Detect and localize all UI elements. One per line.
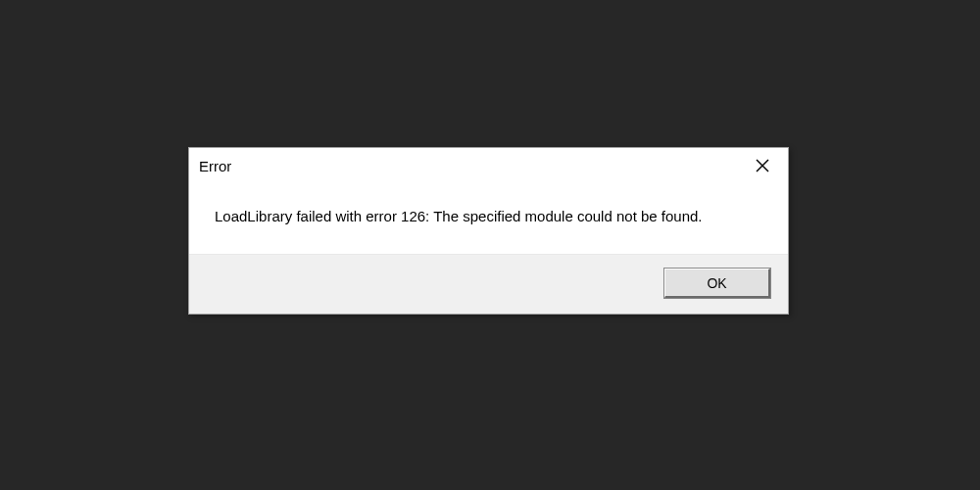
error-message: LoadLibrary failed with error 126: The s… [215, 207, 762, 226]
dialog-titlebar: Error [189, 148, 788, 183]
dialog-title: Error [199, 158, 231, 174]
dialog-button-area: OK [189, 254, 788, 314]
dialog-content: LoadLibrary failed with error 126: The s… [189, 183, 788, 254]
close-button[interactable] [745, 151, 780, 180]
close-icon [756, 159, 769, 172]
ok-button[interactable]: OK [664, 269, 770, 298]
error-dialog: Error LoadLibrary failed with error 126:… [188, 147, 789, 315]
